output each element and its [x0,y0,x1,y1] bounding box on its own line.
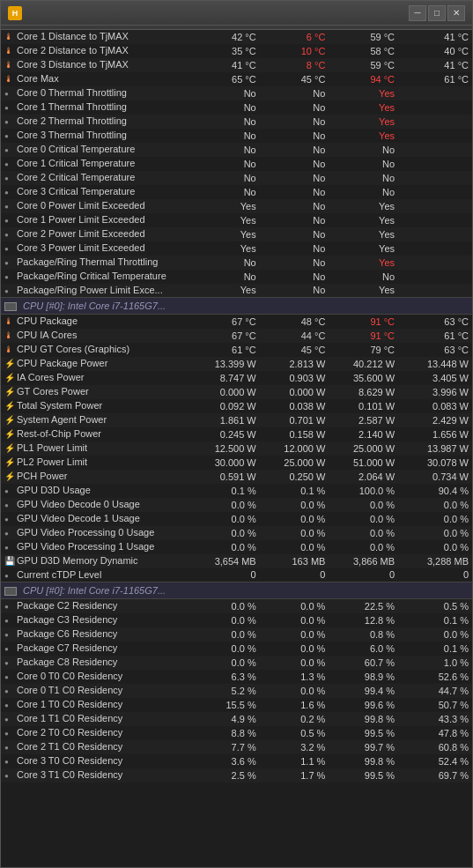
table-row[interactable]: ●Core 2 Critical Temperature No No No [1,171,472,185]
table-row[interactable]: ●Core 0 Critical Temperature No No No [1,143,472,157]
sensor-current: Yes [190,227,260,241]
table-row[interactable]: ●GPU Video Processing 0 Usage 0.0 % 0.0 … [1,526,472,540]
sensor-name: ●Current cTDP Level [1,568,190,582]
table-row[interactable]: ●Package C3 Residency 0.0 % 0.0 % 12.8 %… [1,613,472,627]
sensor-maximum: 99.5 % [329,726,398,740]
table-row[interactable]: ⚡System Agent Power 1.861 W 0.701 W 2.58… [1,413,472,427]
sensor-icon: ⚡ [4,443,15,454]
sensor-current: 1.861 W [190,413,260,427]
sensor-maximum: 99.8 % [329,754,398,768]
table-row[interactable]: 🌡Core 1 Distance to TjMAX 42 °C 6 °C 59 … [1,30,472,44]
section-header-2: CPU [#0]: Intel Core i7-1165G7... [1,582,472,599]
table-row[interactable]: ●GPU Video Processing 1 Usage 0.0 % 0.0 … [1,540,472,554]
sensor-current: Yes [190,199,260,213]
table-row[interactable]: ●Core 1 Power Limit Exceeded Yes No Yes [1,213,472,227]
table-row[interactable]: 🌡Core 2 Distance to TjMAX 35 °C 10 °C 58… [1,44,472,58]
table-row[interactable]: 🌡CPU IA Cores 67 °C 44 °C 91 °C 61 °C [1,329,472,343]
table-row[interactable]: ●GPU D3D Usage 0.1 % 0.1 % 100.0 % 90.4 … [1,484,472,498]
sensor-minimum: 0.0 % [260,512,329,526]
sensor-maximum: 58 °C [329,44,398,58]
table-row[interactable]: ⚡PL1 Power Limit 12.500 W 12.000 W 25.00… [1,441,472,456]
table-row[interactable]: ●Core 0 Thermal Throttling No No Yes [1,86,472,100]
table-row[interactable]: ⚡GT Cores Power 0.000 W 0.000 W 8.629 W … [1,385,472,399]
table-row[interactable]: ●GPU Video Decode 0 Usage 0.0 % 0.0 % 0.… [1,498,472,512]
sensor-minimum: No [260,270,329,284]
sensor-current: 3.6 % [190,754,260,768]
table-row[interactable]: ●Package C8 Residency 0.0 % 0.0 % 60.7 %… [1,656,472,670]
table-row[interactable]: ●Package/Ring Critical Temperature No No… [1,270,472,284]
table-row[interactable]: ●Core 3 T0 C0 Residency 3.6 % 1.1 % 99.8… [1,754,472,768]
sensor-icon: ⚡ [4,359,15,369]
table-row[interactable]: ●Package/Ring Power Limit Exce... Yes No… [1,284,472,298]
table-row[interactable]: ●Core 1 Thermal Throttling No No Yes [1,100,472,115]
table-row[interactable]: ●Package/Ring Thermal Throttling No No Y… [1,256,472,270]
sensor-average [398,143,472,157]
table-row[interactable]: 🌡CPU Package 67 °C 48 °C 91 °C 63 °C [1,315,472,329]
sensor-icon: ● [4,728,15,738]
table-row[interactable]: ●Core 2 T1 C0 Residency 7.7 % 3.2 % 99.7… [1,740,472,754]
table-row[interactable]: ⚡CPU Package Power 13.399 W 2.813 W 40.2… [1,357,472,371]
sensor-maximum: 0.8 % [329,627,398,642]
sensor-maximum: 35.600 W [329,371,398,385]
sensor-name: ●Core 0 T0 C0 Residency [1,670,190,684]
close-button[interactable]: ✕ [447,5,465,21]
sensor-average [398,256,472,270]
maximize-button[interactable]: □ [428,5,446,21]
table-row[interactable]: ●Package C6 Residency 0.0 % 0.0 % 0.8 % … [1,627,472,642]
table-row[interactable]: ●Core 0 T0 C0 Residency 6.3 % 1.3 % 98.9… [1,670,472,684]
table-row[interactable]: ●Core 3 Thermal Throttling No No Yes [1,129,472,143]
sensor-maximum: Yes [329,199,398,213]
table-row[interactable]: 🌡CPU GT Cores (Graphics) 61 °C 45 °C 79 … [1,343,472,357]
sensor-name: ⚡Total System Power [1,399,190,413]
sensor-minimum: 48 °C [260,315,329,329]
sensor-name: 🌡Core Max [1,72,190,86]
table-row[interactable]: ●Core 2 Power Limit Exceeded Yes No Yes [1,227,472,241]
table-row[interactable]: ●GPU Video Decode 1 Usage 0.0 % 0.0 % 0.… [1,512,472,526]
sensor-name: ●Package C3 Residency [1,613,190,627]
table-row[interactable]: ●Core 2 Thermal Throttling No No Yes [1,115,472,129]
sensor-icon: ● [4,257,15,268]
table-row[interactable]: 💾GPU D3D Memory Dynamic 3,654 MB 163 MB … [1,554,472,568]
table-row[interactable]: ●Core 2 T0 C0 Residency 8.8 % 0.5 % 99.5… [1,726,472,740]
table-row[interactable]: 🌡Core Max 65 °C 45 °C 94 °C 61 °C [1,72,472,86]
table-row[interactable]: ⚡IA Cores Power 8.747 W 0.903 W 35.600 W… [1,371,472,385]
sensor-current: 2.5 % [190,768,260,783]
table-row[interactable]: ⚡Rest-of-Chip Power 0.245 W 0.158 W 2.14… [1,427,472,441]
sensor-current: No [190,256,260,270]
sensor-name: ●Package/Ring Critical Temperature [1,270,190,284]
sensor-average [398,171,472,185]
sensor-current: 0.0 % [190,526,260,540]
sensor-maximum: 51.000 W [329,456,398,470]
table-row[interactable]: ●Core 1 T1 C0 Residency 4.9 % 0.2 % 99.8… [1,712,472,726]
sensor-minimum: No [260,171,329,185]
table-row[interactable]: 🌡Core 3 Distance to TjMAX 41 °C 8 °C 59 … [1,58,472,72]
sensor-table-container[interactable]: 🌡Core 1 Distance to TjMAX 42 °C 6 °C 59 … [1,26,472,867]
sensor-icon: ● [4,742,15,753]
table-row[interactable]: ●Package C7 Residency 0.0 % 0.0 % 6.0 % … [1,642,472,656]
table-row[interactable]: ⚡PL2 Power Limit 30.000 W 25.000 W 51.00… [1,456,472,470]
sensor-current: 67 °C [190,329,260,343]
table-row[interactable]: ●Core 0 T1 C0 Residency 5.2 % 0.0 % 99.4… [1,684,472,698]
sensor-minimum: 0.903 W [260,371,329,385]
sensor-name: ●Core 3 Thermal Throttling [1,129,190,143]
table-row[interactable]: ●Core 3 Critical Temperature No No No [1,185,472,199]
table-row[interactable]: ●Core 1 Critical Temperature No No No [1,157,472,171]
sensor-average: 60.8 % [398,740,472,754]
sensor-average: 41 °C [398,30,472,44]
table-row[interactable]: ●Core 3 T1 C0 Residency 2.5 % 1.7 % 99.5… [1,768,472,783]
table-row[interactable]: ●Core 3 Power Limit Exceeded Yes No Yes [1,241,472,256]
sensor-name: ⚡System Agent Power [1,413,190,427]
sensor-average: 0.0 % [398,627,472,642]
table-row[interactable]: ●Current cTDP Level 0 0 0 0 [1,568,472,582]
table-row[interactable]: ⚡Total System Power 0.092 W 0.038 W 0.10… [1,399,472,413]
table-row[interactable]: ●Core 0 Power Limit Exceeded Yes No Yes [1,199,472,213]
minimize-button[interactable]: ─ [409,5,426,21]
table-row[interactable]: ⚡PCH Power 0.591 W 0.250 W 2.064 W 0.734… [1,470,472,484]
sensor-minimum: 0.158 W [260,427,329,441]
sensor-minimum: No [260,157,329,171]
sensor-current: No [190,129,260,143]
table-row[interactable]: ●Core 1 T0 C0 Residency 15.5 % 1.6 % 99.… [1,698,472,712]
section-header-1: CPU [#0]: Intel Core i7-1165G7... [1,298,472,315]
table-row[interactable]: ●Package C2 Residency 0.0 % 0.0 % 22.5 %… [1,599,472,613]
sensor-name: ●Core 1 T0 C0 Residency [1,698,190,712]
